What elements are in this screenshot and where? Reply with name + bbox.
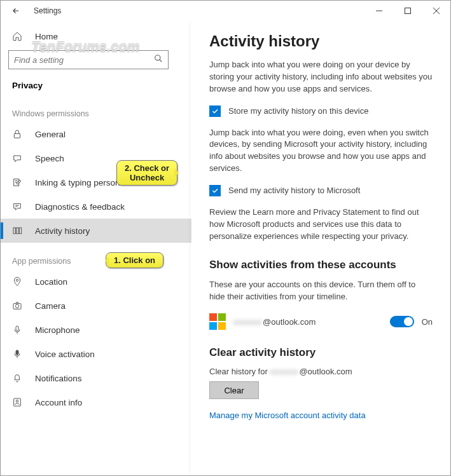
sidebar-item-label: Voice activation [35,350,95,359]
svg-rect-6 [14,133,20,138]
home-icon [11,31,24,41]
checkbox-send-history[interactable]: Send my activity history to Microsoft [209,185,433,196]
clear-label: Clear history for xxxxxx@outlook.com [209,367,433,376]
voice-icon [11,349,24,359]
back-button[interactable] [8,3,24,18]
svg-point-21 [16,400,18,402]
clear-button[interactable]: Clear [209,381,259,399]
sidebar-item-activity-history[interactable]: Activity history [1,219,191,243]
home-label: Home [35,32,58,41]
notifications-icon [11,373,24,383]
inking-icon [11,177,24,187]
annotation-callout-1: 1. Click on [106,252,163,268]
search-box[interactable] [8,50,169,69]
window-title: Settings [34,6,61,15]
sidebar-item-label: Speech [35,154,64,163]
minimize-button[interactable] [364,1,393,20]
maximize-button[interactable] [393,1,422,20]
sidebar-item-label: Activity history [35,226,90,236]
description-4: These are your accounts on this device. … [209,279,433,303]
svg-rect-13 [17,228,18,233]
account-toggle[interactable] [390,316,414,327]
sidebar-item-label: Microphone [35,325,80,335]
sidebar-item-label: Location [35,277,67,287]
feedback-icon [11,201,24,212]
home-nav[interactable]: Home [1,26,191,46]
svg-point-15 [16,279,18,281]
window-controls [364,1,450,20]
search-icon [154,54,163,65]
manage-account-link[interactable]: Manage my Microsoft account activity dat… [209,411,366,420]
checkbox-icon [209,185,221,196]
svg-rect-1 [405,8,410,14]
toggle-state-label: On [422,317,433,327]
svg-rect-19 [16,350,18,355]
section-header-windows: Windows permissions [1,95,191,122]
svg-point-4 [155,55,160,60]
sidebar-item-microphone[interactable]: Microphone [1,318,191,342]
close-button[interactable] [422,1,450,20]
svg-point-17 [15,304,18,308]
svg-rect-14 [19,228,21,233]
description-1: Jump back into what you were doing on yo… [209,59,433,95]
sidebar-item-label: Notifications [35,374,82,383]
checkbox-label: Store my activity history on this device [228,106,368,116]
sidebar-item-label: Diagnostics & feedback [35,202,125,212]
sidebar-item-location[interactable]: Location [1,269,191,294]
title-bar: Settings [1,1,450,21]
svg-rect-12 [13,228,15,233]
lock-icon [11,129,24,139]
sidebar-item-voice-activation[interactable]: Voice activation [1,342,191,366]
description-3: Review the Learn more and Privacy Statem… [209,207,433,243]
account-row: xxxxxx@outlook.com On [209,313,433,330]
annotation-callout-2: 2. Check or Uncheck [116,160,177,186]
content-area: Activity history Jump back into what you… [191,21,450,475]
account-email: xxxxxx@outlook.com [233,317,316,327]
checkbox-store-history[interactable]: Store my activity history on this device [209,105,433,117]
section-heading-accounts: Show activities from these accounts [209,259,433,271]
sidebar-item-label: General [35,130,66,139]
search-input[interactable] [14,55,154,65]
description-2: Jump back into what you were doing, even… [209,127,433,175]
sidebar-item-label: Account info [35,398,82,407]
location-icon [11,276,24,287]
svg-rect-18 [16,326,18,330]
sidebar-item-account-info[interactable]: Account info [1,390,191,414]
account-icon [11,397,24,407]
current-page-label[interactable]: Privacy [1,76,191,95]
activity-icon [11,226,24,236]
sidebar-item-diagnostics[interactable]: Diagnostics & feedback [1,194,191,219]
camera-icon [11,301,24,311]
section-heading-clear: Clear activity history [209,346,433,359]
sidebar-item-camera[interactable]: Camera [1,294,191,318]
checkbox-label: Send my activity history to Microsoft [228,186,360,195]
svg-line-5 [160,60,162,62]
sidebar-item-general[interactable]: General [1,122,191,146]
sidebar: Home Privacy Windows permissions General… [1,21,191,475]
checkbox-icon [209,105,221,117]
microsoft-logo-icon [209,313,226,330]
page-title: Activity history [209,32,433,50]
sidebar-item-notifications[interactable]: Notifications [1,366,191,390]
microphone-icon [11,325,24,335]
speech-icon [11,153,24,163]
sidebar-item-label: Camera [35,301,66,311]
